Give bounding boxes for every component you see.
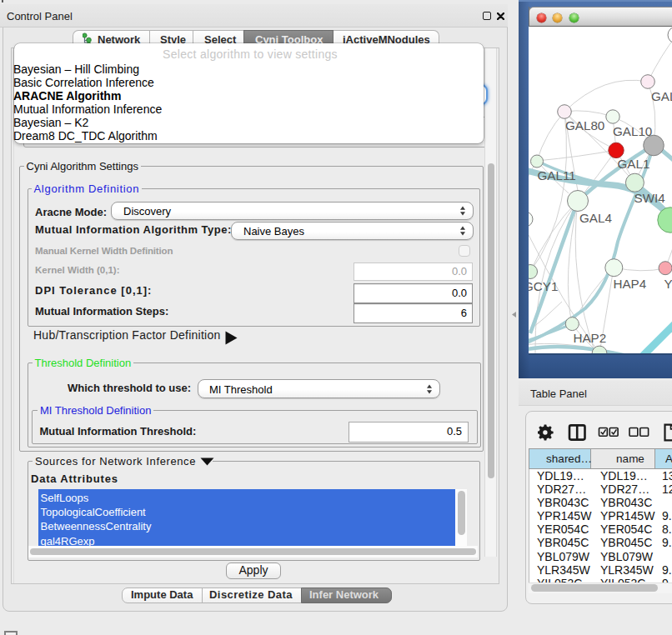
svg-text:GAL80: GAL80 bbox=[565, 118, 604, 132]
svg-text:HAP4: HAP4 bbox=[614, 277, 647, 291]
svg-text:GAL1: GAL1 bbox=[618, 157, 650, 171]
svg-text:Y: Y bbox=[664, 277, 672, 291]
svg-text:SWI4: SWI4 bbox=[634, 191, 665, 205]
svg-text:GAL10: GAL10 bbox=[613, 124, 652, 138]
svg-text:HAP2: HAP2 bbox=[574, 331, 607, 345]
svg-text:GAL2: GAL2 bbox=[651, 89, 672, 103]
svg-text:GAL11: GAL11 bbox=[538, 168, 576, 182]
svg-text:GCY1: GCY1 bbox=[529, 279, 558, 293]
svg-text:GAL4: GAL4 bbox=[579, 211, 612, 225]
